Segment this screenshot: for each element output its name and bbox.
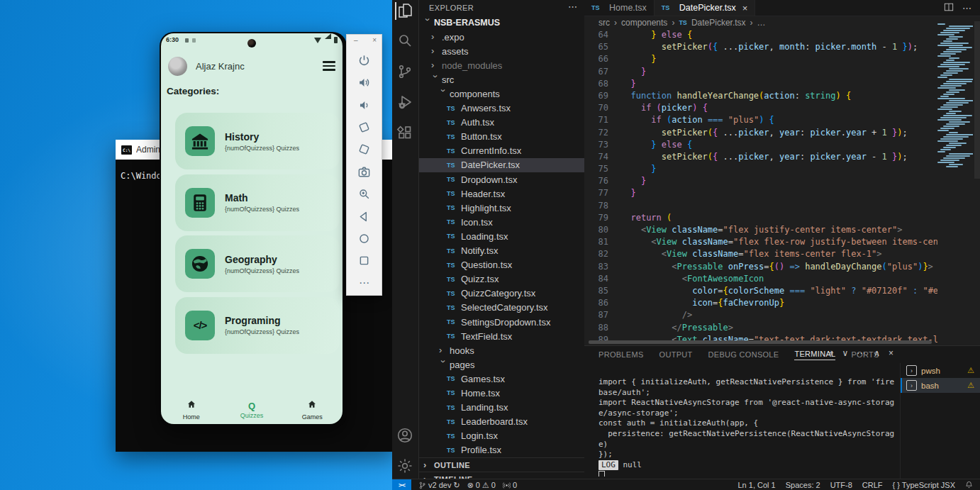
close-panel-icon[interactable]: × [889,348,893,358]
search-icon[interactable] [396,32,414,50]
explorer-file-Games.tsx[interactable]: TSGames.tsx [419,372,584,386]
bell-icon[interactable] [965,481,973,490]
code-line[interactable]: 78 [584,200,937,212]
breadcrumb-item[interactable]: … [757,18,766,28]
code-line[interactable]: 71 if (action === "plus") { [584,114,937,126]
close-icon[interactable]: × [372,36,377,46]
new-terminal-icon[interactable]: + [828,348,833,358]
explorer-file-Quizz.tsx[interactable]: TSQuizz.tsx [419,272,584,286]
more-icon[interactable]: ⋯ [357,275,372,291]
eol[interactable]: CRLF [862,481,883,489]
explorer-file-Leaderboard.tsx[interactable]: TSLeaderboard.tsx [419,415,584,429]
explorer-file-Dropdown.tsx[interactable]: TSDropdown.tsx [419,172,584,186]
code-line[interactable]: 80 <View className="flex justify-center … [584,224,937,236]
explorer-folder-node_modules[interactable]: ›node_modules [419,58,584,72]
panel-tab-problems[interactable]: PROBLEMS [598,350,644,359]
rotate-left-icon[interactable] [357,120,372,135]
explorer-file-Highlight.tsx[interactable]: TSHighlight.tsx [419,201,584,215]
explorer-icon[interactable] [395,2,414,20]
tab-Home.tsx[interactable]: TSHome.tsx [584,0,655,16]
phone-screen[interactable]: 6:30 Aljaz Krajnc Categories: History{nu… [161,33,343,424]
explorer-file-Button.tsx[interactable]: TSButton.tsx [419,130,584,144]
explorer-folder-assets[interactable]: ›assets [419,44,584,58]
launch-profile-icon[interactable]: ∨ [842,348,848,358]
volume-down-icon[interactable] [357,97,372,113]
camera-icon[interactable] [357,164,372,179]
category-card-programing[interactable]: </>Programing{numOfQuizzess} Quizzes [175,297,340,354]
code-line[interactable]: 72 setPicker({ ...picker, year: picker.y… [584,127,937,139]
explorer-file-SelectedCategory.tsx[interactable]: TSSelectedCategory.tsx [419,301,584,315]
explorer-folder-src[interactable]: ›src [419,72,584,87]
explorer-file-SettingsDropdown.tsx[interactable]: TSSettingsDropdown.tsx [419,315,584,329]
zoom-icon[interactable] [357,186,372,202]
code-line[interactable]: 67 } [584,66,937,78]
power-icon[interactable] [357,52,372,68]
nav-item-home[interactable]: Home [161,396,221,424]
source-control-icon[interactable] [396,63,414,81]
code-line[interactable]: 82 <View className="flex items-center fl… [584,248,937,260]
run-debug-icon[interactable] [396,94,414,111]
vertical-scrollbar[interactable] [974,21,980,179]
breadcrumb-item[interactable]: src [598,18,610,28]
minimap[interactable] [937,23,973,174]
explorer-file-Icon.tsx[interactable]: TSIcon.tsx [419,215,584,229]
code-line[interactable]: 88 </Pressable> [584,322,937,334]
code-line[interactable]: 76 } [584,175,937,187]
breadcrumb-item[interactable]: DatePicker.tsx [691,18,746,28]
explorer-file-Auth.tsx[interactable]: TSAuth.tsx [419,116,584,130]
explorer-file-TextField.tsx[interactable]: TSTextField.tsx [419,329,584,343]
explorer-file-QuizzCategory.tsx[interactable]: TSQuizzCategory.tsx [419,286,584,301]
code-line[interactable]: 64 } else { [584,29,937,41]
category-card-history[interactable]: History{numOfQuizzess} Quizzes [175,113,340,169]
panel-tab-debug-console[interactable]: DEBUG CONSOLE [708,350,779,359]
explorer-file-Home.tsx[interactable]: TSHome.tsx [419,386,584,400]
language-mode[interactable]: { } TypeScript JSX [893,481,955,489]
category-card-math[interactable]: Math{numOfQuizzess} Quizzes [175,174,340,231]
git-branch-item[interactable]: v2 dev ↻ [418,481,460,490]
problems-item[interactable]: ⊗ 0 ⚠ 0 [467,481,496,490]
code-line[interactable]: 85 color={colorScheme === "light" ? "#07… [584,285,937,297]
code-line[interactable]: 73 } else { [584,139,937,151]
breadcrumb-item[interactable]: components [621,18,667,28]
settings-gear-icon[interactable] [396,457,414,475]
category-card-geography[interactable]: Geography{numOfQuizzess} Quizzes [175,235,340,292]
android-emulator-window[interactable]: 6:30 Aljaz Krajnc Categories: History{nu… [160,32,347,428]
tab-DatePicker.tsx[interactable]: TSDatePicker.tsx× [655,0,755,16]
explorer-folder-components[interactable]: ›components [419,87,584,101]
timeline-section[interactable]: ›TIMELINE [419,472,584,479]
nav-item-quizzes[interactable]: QQuizzes [221,396,282,424]
code-line[interactable]: 75 } [584,163,937,175]
code-line[interactable]: 87 /> [584,309,937,321]
breadcrumb[interactable]: src›components›TSDatePicker.tsx›… [598,17,766,28]
explorer-file-CurrentInfo.tsx[interactable]: TSCurrentInfo.tsx [419,144,584,158]
explorer-file-Anwsers.tsx[interactable]: TSAnwsers.tsx [419,101,584,116]
explorer-file-Notify.tsx[interactable]: TSNotify.tsx [419,244,584,258]
outline-section[interactable]: ›OUTLINE [419,457,584,472]
explorer-folder-hooks[interactable]: ›hooks [419,343,584,357]
terminal-item-pwsh[interactable]: ›pwsh⚠ [901,363,980,378]
code-line[interactable]: 74 setPicker({ ...picker, year: picker.y… [584,151,937,163]
code-line[interactable]: 81 <View className="flex flex-row justif… [584,236,937,248]
panel-tab-output[interactable]: OUTPUT [659,350,693,359]
code-line[interactable]: 69 function handleYearChange(action: str… [584,90,937,102]
close-tab-icon[interactable]: × [742,3,748,13]
code-line[interactable]: 79 return ( [584,212,937,224]
explorer-more-icon[interactable]: ⋯ [568,1,577,12]
explorer-folder-pages[interactable]: ›pages [419,357,584,372]
explorer-folder-NSB-ERASMUS[interactable]: ›NSB-ERASMUS [419,16,584,30]
explorer-file-Loading.tsx[interactable]: TSLoading.tsx [419,229,584,243]
split-editor-icon[interactable] [944,2,954,14]
explorer-file-Header.tsx[interactable]: TSHeader.tsx [419,186,584,201]
feedback-item[interactable]: 0 [503,481,517,489]
minimize-icon[interactable]: – [354,36,358,46]
overview-icon[interactable] [357,253,372,269]
extensions-icon[interactable] [396,124,414,142]
avatar[interactable] [168,57,187,76]
code-line[interactable]: 84 <FontAwesomeIcon [584,273,937,285]
explorer-file-Question.tsx[interactable]: TSQuestion.tsx [419,258,584,272]
horizontal-scrollbar[interactable] [589,340,932,344]
explorer-file-Landing.tsx[interactable]: TSLanding.tsx [419,401,584,415]
encoding[interactable]: UTF-8 [830,481,852,489]
volume-up-icon[interactable] [357,75,372,91]
code-line[interactable]: 83 <Pressable onPress={() => handleDayCh… [584,261,937,273]
